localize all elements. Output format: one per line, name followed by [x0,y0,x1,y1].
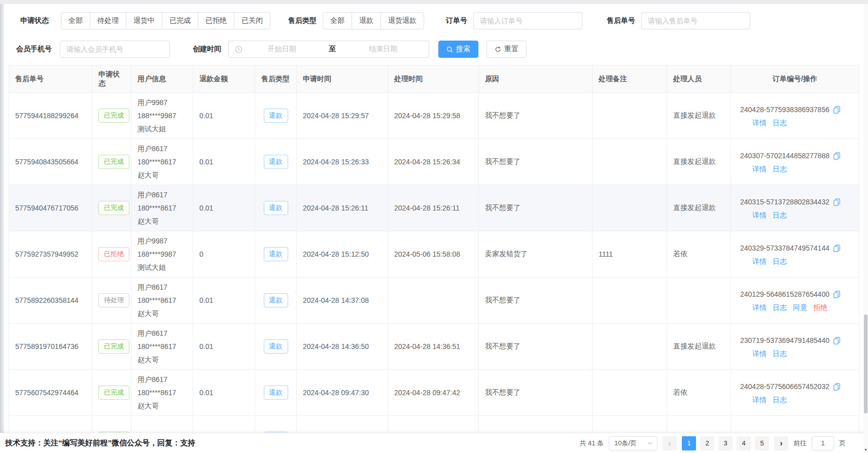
action-link-default[interactable]: 同意 [793,303,807,311]
action-links: 详情日志 [737,211,853,220]
action-link-default[interactable]: 详情 [752,396,767,404]
action-link-default[interactable]: 详情 [752,257,767,265]
handler-cell: 直接发起退款 [667,139,731,185]
status-filter-option[interactable]: 待处理 [90,12,126,29]
apply-time-cell: 2024-04-28 15:29:57 [297,93,388,139]
scroll-down-icon[interactable]: ▾ [863,447,868,452]
pagination-total: 共 41 条 [579,439,604,448]
type-filter-option[interactable]: 退货退款 [380,12,424,29]
copy-icon[interactable] [833,106,841,114]
page-button[interactable]: 3 [718,436,733,450]
status-badge: 已完成 [98,155,129,169]
type-badge: 退款 [264,201,288,215]
user-info-cell: 用户8617180****8617赵大哥 [131,185,193,231]
apply-time-cell: 2024-04-28 09:47:30 [297,370,388,416]
action-link-default[interactable]: 日志 [773,350,787,358]
action-links: 详情日志同意拒绝 [737,303,853,312]
aftersale-no-cell: 5775940843505664 [9,139,92,185]
action-link-default[interactable]: 详情 [752,303,767,311]
next-page-button[interactable]: › [774,436,788,450]
user-info-line: 用户8617 [137,327,187,340]
filter-row-2: 会员手机号 创建时间 开始日期 至 结束日期 搜索 [4,41,868,58]
handle-time-cell [388,277,479,324]
refund-amount-cell: 0 [193,231,255,277]
date-range-picker[interactable]: 开始日期 至 结束日期 [228,41,429,58]
status-filter-option[interactable]: 已完成 [162,12,198,29]
action-link-default[interactable]: 详情 [752,165,767,173]
page-list: 12345 [682,436,769,450]
status-filter-option[interactable]: 全部 [61,12,90,29]
order-no-text: 240428-5775938386937856 [740,103,829,116]
order-actions-cell: 240428-5775938386937856详情日志 [731,93,859,139]
search-button[interactable]: 搜索 [438,41,478,58]
action-link-default[interactable]: 详情 [752,119,767,127]
status-filter-option[interactable]: 已关闭 [234,12,270,29]
page-button[interactable]: 4 [737,436,751,450]
user-info-line: 测试大姐 [137,261,187,274]
table-row: 5775927357949952已拒绝用户9987188****9987测试大姐… [9,231,859,277]
status-filter-option[interactable]: 已拒绝 [198,12,234,29]
order-no-label: 订单号 [446,16,467,25]
type-cell: 退款 [255,93,297,139]
aftersale-no-label: 售后单号 [607,16,635,25]
date-range-separator: 至 [322,45,344,54]
status-cell: 已完成 [92,324,131,370]
page-button[interactable]: 1 [682,436,696,450]
scrollbar-thumb[interactable] [864,315,867,413]
column-header: 订单编号/操作 [731,65,859,93]
order-no-input[interactable] [473,12,582,29]
action-link-default[interactable]: 日志 [773,119,787,127]
footer-bar: 技术支持：关注“编写美好前程”微信公众号，回复：支持 共 41 条 10条/页 … [0,433,868,453]
page-scrollbar[interactable]: ▾ [863,4,868,453]
page-button[interactable]: 5 [755,436,769,450]
copy-icon[interactable] [833,152,841,160]
handler-cell: 直接发起退款 [667,93,731,139]
user-info-line: 用户8617 [137,373,187,386]
type-filter-label: 售后类型 [288,16,317,25]
end-date-input[interactable]: 结束日期 [344,45,423,54]
copy-icon[interactable] [833,291,841,298]
table-row: 5775944188299264已完成用户9987188****9987测试大姐… [9,93,859,139]
phone-input[interactable] [60,41,170,58]
type-badge: 退款 [264,339,288,354]
action-link-default[interactable]: 日志 [773,257,787,265]
prev-page-button[interactable]: ‹ [663,436,677,450]
type-filter-option[interactable]: 全部 [323,12,352,29]
copy-icon[interactable] [833,383,841,391]
action-link-default[interactable]: 详情 [752,211,767,219]
user-info-line: 用户8617 [137,281,187,294]
start-date-input[interactable]: 开始日期 [242,45,322,54]
user-info-line: 188****9987 [137,109,187,122]
user-info-cell: 用户8617180****8617赵大哥 [131,139,193,185]
action-link-default[interactable]: 日志 [773,165,787,173]
user-info-cell: 用户9987188****9987测试大姐 [131,231,193,277]
copy-icon[interactable] [833,245,841,252]
status-filter-option[interactable]: 退货中 [126,12,162,29]
copy-icon[interactable] [833,198,841,206]
action-link-default[interactable]: 日志 [773,303,787,311]
action-link-default[interactable]: 日志 [773,211,787,219]
main-content: 申请状态 全部待处理退货中已完成已拒绝已关闭 售后类型 全部退款退货退款 订单号… [4,4,868,453]
remark-cell [593,324,667,370]
user-info-line: 188****9987 [137,248,187,261]
user-info-line: 180****8617 [137,340,187,353]
order-actions-cell: 230719-5373694791485440详情日志 [731,324,859,370]
aftersale-no-input[interactable] [641,12,750,29]
copy-icon[interactable] [833,337,841,344]
action-link-default[interactable]: 日志 [773,396,787,404]
order-no-text: 240428-5775606657452032 [740,380,829,393]
reason-cell: 卖家发错货了 [479,231,593,277]
goto-page-input[interactable] [812,436,834,450]
reset-button[interactable]: 重置 [487,41,527,58]
action-link-danger[interactable]: 拒绝 [813,303,827,311]
table-row: 5775940843505664已完成用户8617180****8617赵大哥0… [9,139,859,185]
page-button[interactable]: 2 [700,436,714,450]
type-filter-option[interactable]: 退款 [352,12,381,29]
status-badge: 已完成 [98,201,129,215]
status-badge: 已完成 [98,386,129,400]
status-cell: 待处理 [92,277,131,324]
action-links: 详情日志 [737,165,853,174]
action-link-default[interactable]: 详情 [752,350,767,358]
user-info-line: 用户8617 [137,142,187,155]
page-size-select[interactable]: 10条/页 [609,436,657,450]
